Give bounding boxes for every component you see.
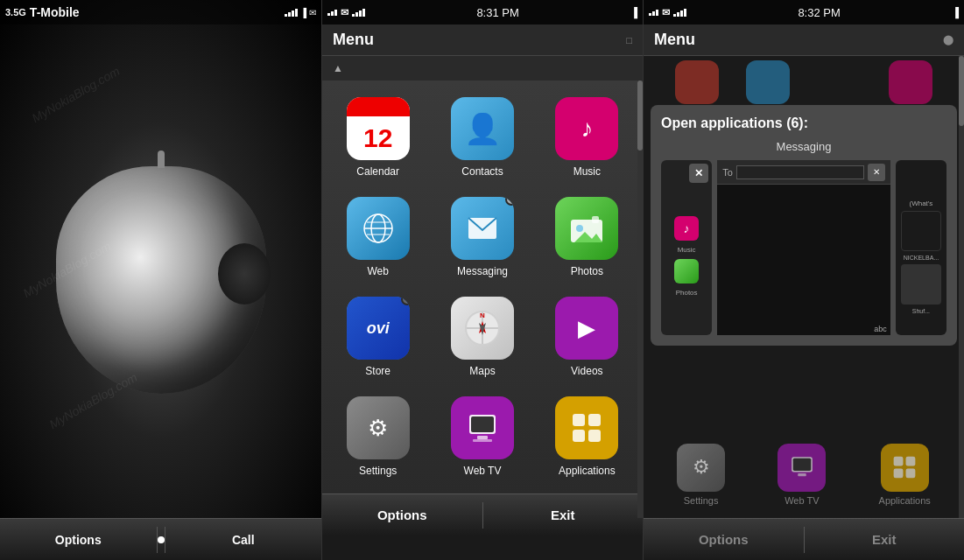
- app-contacts[interactable]: 👤 Contacts: [430, 88, 534, 187]
- ovi-text: ovi: [367, 319, 390, 338]
- messaging-label: Messaging: [457, 265, 508, 277]
- p3-status-left: ✉: [649, 7, 686, 18]
- tv-svg: [464, 411, 501, 444]
- bar2: [677, 12, 679, 17]
- bar4: [684, 9, 686, 17]
- music-icon-glyph: ♪: [581, 116, 593, 141]
- svg-rect-21: [588, 414, 601, 426]
- play-icon-glyph: ▶: [578, 315, 595, 342]
- settings-icon: ⚙: [347, 396, 410, 459]
- menu-battery: ▐: [630, 7, 637, 18]
- ovi-icon: ovi: [347, 297, 410, 360]
- app-music[interactable]: ♪ Music: [535, 88, 639, 187]
- shuffle-thumb: [901, 264, 941, 304]
- apple-bite: [218, 243, 271, 304]
- p3-status-bar: ✉ 8:32 PM ▐: [644, 0, 964, 24]
- close-left-button[interactable]: ✕: [689, 164, 708, 183]
- p3-apps-icon: [881, 444, 929, 492]
- bar3: [292, 10, 294, 17]
- carrier-info: 3.5G T-Mobile: [5, 5, 80, 19]
- sub-bar-signal: ▲: [333, 62, 343, 74]
- globe-svg: [361, 211, 396, 246]
- menu-mail-icon: ✉: [341, 7, 348, 18]
- apps-carousel: ✕ ♪ Music Photos To ✕: [661, 160, 946, 335]
- svg-rect-29: [894, 469, 904, 479]
- svg-rect-26: [798, 473, 806, 476]
- status-bar-panel1: 3.5G T-Mobile ▐ ✉: [0, 0, 321, 24]
- apple-stem: [158, 150, 165, 168]
- menu-header-signal: □: [626, 35, 632, 46]
- close-messaging-button[interactable]: ✕: [868, 164, 885, 181]
- p3-apps-grid-svg: [890, 452, 919, 482]
- app-store[interactable]: ovi Store: [326, 287, 430, 387]
- bar1: [327, 13, 330, 16]
- apple-logo: [56, 166, 266, 394]
- shuffle-label: Shuf...: [912, 308, 930, 314]
- maps-icon: N: [451, 297, 514, 360]
- svg-text:N: N: [480, 312, 485, 319]
- app-photos[interactable]: Photos: [535, 187, 639, 287]
- p3-exit-button[interactable]: Exit: [805, 519, 965, 560]
- p3-bg-apps: Applications: [879, 444, 931, 506]
- gear-icon-glyph: ⚙: [368, 415, 388, 442]
- music-mini-icon: ♪: [674, 216, 699, 241]
- home-wallpaper: [0, 0, 321, 560]
- menu-options-button[interactable]: Options: [322, 494, 482, 536]
- messaging-to-input[interactable]: [736, 165, 864, 179]
- store-label: Store: [365, 365, 391, 377]
- p3-scroll-thumb[interactable]: [959, 56, 964, 126]
- p3-bottom-bar: Options Exit: [644, 518, 964, 560]
- home-screen-panel: MyNokiaBlog.com MyNokiaBlog.com MyNokiaB…: [0, 0, 321, 560]
- open-apps-panel: ✉ 8:32 PM ▐ Menu ⬤ Open applications (6)…: [643, 0, 964, 560]
- menu-signal2: [352, 9, 365, 17]
- messaging-body[interactable]: abc: [717, 185, 890, 335]
- photos-svg: [567, 209, 606, 248]
- bar2: [288, 12, 291, 17]
- videos-icon: ▶: [555, 297, 618, 360]
- p3-webtv-label: Web TV: [785, 495, 819, 506]
- p3-dot-indicator: ⬤: [943, 34, 953, 46]
- svg-rect-30: [906, 469, 916, 479]
- call-button[interactable]: Call: [165, 519, 322, 560]
- bar4: [295, 9, 298, 17]
- app-settings[interactable]: ⚙ Settings: [326, 387, 430, 486]
- photos-mini-label: Photos: [676, 289, 698, 297]
- bar2: [355, 12, 358, 17]
- nickelback-label: NICKELBA...: [904, 255, 939, 261]
- center-dot[interactable]: [158, 536, 165, 543]
- app-web[interactable]: Web: [326, 187, 430, 287]
- menu-signal-bars: [327, 10, 337, 16]
- menu-exit-button[interactable]: Exit: [483, 494, 644, 536]
- p3-menu-header: Menu ⬤: [644, 24, 964, 56]
- p3-gear-glyph: ⚙: [693, 456, 710, 479]
- app-webtv[interactable]: Web TV: [430, 387, 534, 486]
- bar1: [673, 14, 676, 17]
- options-button[interactable]: Options: [0, 519, 157, 560]
- app-applications[interactable]: Applications: [535, 387, 639, 486]
- photos-icon: [555, 197, 618, 260]
- applications-icon: [555, 396, 618, 459]
- compass-svg: N: [463, 309, 502, 347]
- svg-rect-20: [573, 414, 585, 426]
- app-maps[interactable]: N Maps: [430, 287, 534, 387]
- svg-rect-22: [573, 430, 585, 442]
- app-calendar[interactable]: 12 Calendar: [326, 88, 430, 187]
- menu-status-bar: ✉ 8:31 PM ▐: [322, 0, 643, 24]
- p3-options-button[interactable]: Options: [644, 519, 804, 560]
- p3-webtv-icon: [778, 444, 826, 492]
- p3-top-icons: [644, 56, 964, 108]
- p3-settings-label: Settings: [684, 495, 719, 506]
- p3-settings-icon: ⚙: [677, 444, 725, 492]
- apps-grid-svg: [567, 409, 606, 447]
- p3-bg-music: [889, 60, 932, 104]
- to-label: To: [722, 167, 733, 178]
- app-messaging[interactable]: Messaging: [430, 187, 534, 287]
- p3-mail-icon: ✉: [662, 7, 670, 18]
- svg-rect-8: [592, 216, 599, 223]
- maps-label: Maps: [469, 365, 495, 377]
- menu-sub-bar: ▲: [322, 56, 643, 80]
- app-videos[interactable]: ▶ Videos: [535, 287, 639, 387]
- p3-signal2: [673, 9, 686, 17]
- open-apps-overlay: Open applications (6): Messaging ✕ ♪ Mus…: [651, 105, 957, 346]
- svg-rect-23: [588, 430, 601, 442]
